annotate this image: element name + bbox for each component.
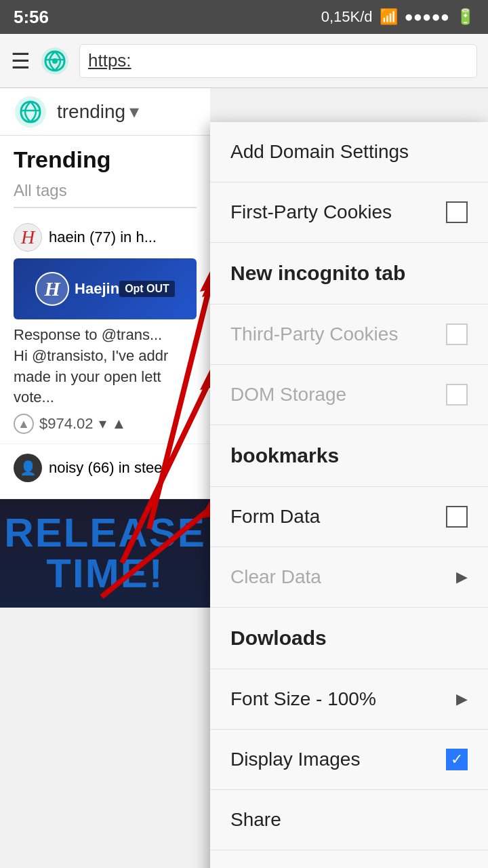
menu-item-share[interactable]: Share: [210, 790, 488, 850]
author-name-1: haein (77) in h...: [49, 229, 157, 246]
sub-nav: trending ▾: [0, 88, 210, 136]
post-author-2: 👤 noisy (66) in stee: [14, 454, 197, 482]
menu-item-clear-data[interactable]: Clear Data ▶: [210, 547, 488, 608]
menu-label-first-party-cookies: First-Party Cookies: [230, 201, 446, 223]
author-avatar-1: H: [14, 223, 42, 252]
post-text-1: Response to @trans...Hi @transisto, I've…: [14, 325, 197, 408]
third-party-cookies-checkbox[interactable]: [446, 323, 468, 345]
site-logo-icon: [14, 95, 47, 129]
dropdown-menu: Add Domain Settings First-Party Cookies …: [210, 122, 488, 868]
menu-label-new-incognito: New incognito tab: [230, 262, 468, 285]
page-background: trending ▾ Trending All tags H haein (77…: [0, 88, 488, 868]
post-image-logo: H: [35, 272, 69, 306]
url-bar[interactable]: https:: [79, 44, 477, 78]
hamburger-menu-icon[interactable]: ☰: [11, 48, 30, 74]
form-data-checkbox[interactable]: [446, 506, 468, 528]
menu-label-downloads: Dowloads: [230, 627, 468, 650]
author-avatar-2: 👤: [14, 454, 42, 482]
menu-item-first-party-cookies[interactable]: First-Party Cookies: [210, 182, 488, 243]
dom-storage-checkbox[interactable]: [446, 384, 468, 406]
left-content: trending ▾ Trending All tags H haein (77…: [0, 88, 210, 868]
sub-title[interactable]: trending ▾: [57, 100, 139, 123]
menu-label-third-party-cookies: Third-Party Cookies: [230, 323, 446, 345]
display-images-checkbox[interactable]: ✓: [446, 749, 468, 770]
menu-item-bookmarks[interactable]: bookmarks: [210, 425, 488, 487]
clear-data-arrow-icon: ▶: [456, 568, 468, 586]
menu-item-form-data[interactable]: Form Data: [210, 487, 488, 547]
network-speed: 0,15K/d: [321, 8, 373, 26]
price-value: $974.02: [39, 415, 94, 433]
post-item-2: 👤 noisy (66) in stee: [0, 444, 210, 499]
font-size-arrow-icon: ▶: [456, 690, 468, 708]
menu-label-share: Share: [230, 809, 468, 831]
author-name-2: noisy (66) in stee: [49, 459, 163, 477]
status-right: 0,15K/d 📶 ●●●●● 🔋: [321, 8, 474, 26]
chevron-down-icon: ▾: [129, 100, 139, 123]
menu-item-display-images[interactable]: Display Images ✓: [210, 730, 488, 790]
menu-label-clear-data: Clear Data: [230, 566, 456, 588]
menu-label-bookmarks: bookmarks: [230, 444, 468, 467]
release-image: RELEASE TIME!: [0, 499, 210, 608]
menu-label-dom-storage: DOM Storage: [230, 384, 446, 406]
post-author-1: H haein (77) in h...: [14, 223, 197, 252]
menu-label-font-size: Font Size - 100%: [230, 688, 456, 710]
release-text: RELEASE: [4, 513, 205, 553]
signal-icon: ●●●●●: [405, 8, 449, 26]
menu-item-add-domain[interactable]: Add Domain Settings: [210, 122, 488, 182]
post-item-1: H haein (77) in h... H Haejin Opt OUT Re…: [0, 214, 210, 444]
menu-label-add-domain: Add Domain Settings: [230, 141, 468, 163]
upvote-icon[interactable]: ▲: [14, 414, 34, 434]
menu-item-find-on-page[interactable]: Find on Page: [210, 850, 488, 868]
time-text: TIME!: [46, 553, 163, 594]
status-bar: 5:56 0,15K/d 📶 ●●●●● 🔋: [0, 0, 488, 34]
vote-count-icon: ▲: [112, 415, 127, 433]
opt-out-badge: Opt OUT: [119, 281, 175, 297]
menu-item-downloads[interactable]: Dowloads: [210, 608, 488, 669]
price-arrow-down-icon: ▾: [99, 415, 106, 433]
menu-item-third-party-cookies[interactable]: Third-Party Cookies: [210, 304, 488, 365]
menu-item-font-size[interactable]: Font Size - 100% ▶: [210, 669, 488, 730]
post-price-1: ▲ $974.02 ▾ ▲: [14, 414, 197, 434]
url-text: https:: [88, 50, 131, 71]
trending-title: Trending: [14, 146, 197, 173]
browser-logo-icon: [40, 46, 70, 76]
post-image-1: H Haejin Opt OUT: [14, 258, 197, 319]
menu-label-display-images: Display Images: [230, 749, 446, 770]
menu-item-dom-storage[interactable]: DOM Storage: [210, 365, 488, 425]
all-tags-tab[interactable]: All tags: [14, 181, 197, 208]
first-party-cookies-checkbox[interactable]: [446, 201, 468, 223]
browser-toolbar: ☰ https:: [0, 34, 488, 88]
time-display: 5:56: [14, 7, 49, 28]
menu-label-form-data: Form Data: [230, 506, 446, 528]
svg-point-1: [52, 58, 58, 64]
trending-section: Trending All tags: [0, 136, 210, 214]
wifi-icon: 📶: [380, 8, 398, 26]
menu-item-new-incognito[interactable]: New incognito tab: [210, 243, 488, 304]
battery-icon: 🔋: [456, 8, 474, 26]
